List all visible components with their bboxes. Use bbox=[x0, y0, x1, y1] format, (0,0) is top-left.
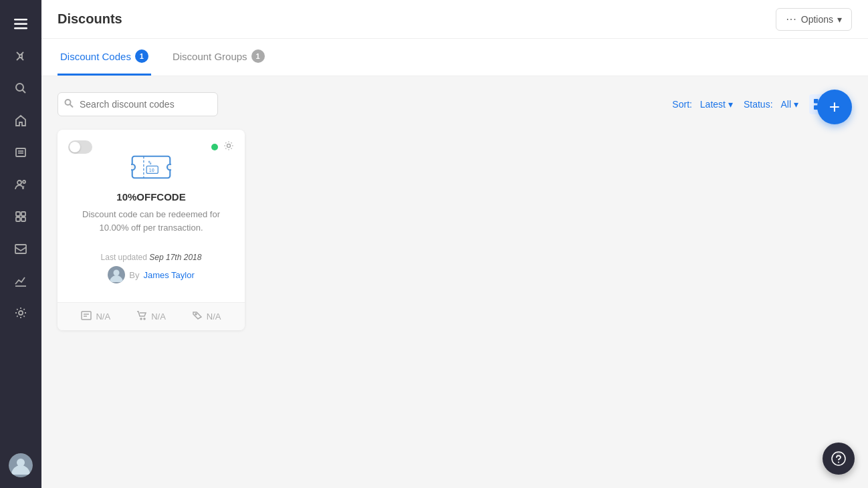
tab-discount-codes-label: Discount Codes bbox=[60, 51, 131, 62]
options-button[interactable]: ··· Options ▾ bbox=[776, 8, 852, 31]
svg-point-31 bbox=[167, 164, 171, 170]
card-meta: Last updated Sep 17th 2018 By bbox=[68, 245, 234, 291]
user-avatar[interactable] bbox=[9, 453, 33, 477]
card-body: 10%OFFCODE Discount code can be redeemed… bbox=[68, 191, 234, 245]
help-fab[interactable] bbox=[823, 443, 855, 475]
stat-1-value: N/A bbox=[151, 312, 166, 322]
home-icon[interactable] bbox=[7, 107, 34, 134]
status-chevron-icon: ▾ bbox=[794, 99, 798, 110]
options-label: Options bbox=[801, 14, 833, 25]
author-prefix: By bbox=[129, 270, 139, 280]
tabs-bar: Discount Codes 1 Discount Groups 1 bbox=[41, 39, 868, 76]
svg-rect-10 bbox=[16, 212, 20, 216]
svg-line-20 bbox=[70, 104, 74, 108]
tab-discount-codes-badge: 1 bbox=[135, 49, 148, 63]
card-actions bbox=[211, 140, 234, 154]
svg-rect-1 bbox=[14, 23, 27, 25]
tab-discount-groups[interactable]: Discount Groups 1 bbox=[170, 39, 267, 76]
status-label: Status: bbox=[744, 99, 773, 110]
svg-point-9 bbox=[23, 180, 25, 183]
pages-icon[interactable] bbox=[7, 139, 34, 166]
members-icon[interactable] bbox=[7, 171, 34, 198]
footer-stat-2: N/A bbox=[192, 311, 221, 322]
card-top: % 10 10%OFFCODE Discount code can be red… bbox=[58, 130, 245, 302]
search-input[interactable] bbox=[58, 92, 218, 116]
content-area: + Sort: Latest ▾ Sta bbox=[41, 76, 868, 488]
svg-point-46 bbox=[838, 462, 839, 463]
footer-stat-0: N/A bbox=[81, 311, 110, 322]
svg-rect-5 bbox=[16, 148, 25, 156]
svg-rect-13 bbox=[21, 217, 25, 221]
options-dots-icon: ··· bbox=[786, 13, 796, 25]
stat-2-value: N/A bbox=[207, 312, 221, 322]
svg-point-37 bbox=[114, 270, 120, 276]
svg-rect-2 bbox=[14, 27, 27, 29]
options-chevron-icon: ▾ bbox=[837, 14, 842, 25]
toolbar: Sort: Latest ▾ Status: All ▾ bbox=[58, 92, 852, 116]
status-value: All bbox=[780, 99, 791, 110]
card-description: Discount code can be redeemed for 10.00%… bbox=[79, 208, 223, 234]
svg-point-16 bbox=[19, 311, 23, 315]
svg-point-42 bbox=[144, 318, 145, 320]
settings-icon[interactable] bbox=[7, 299, 34, 326]
sort-label: Sort: bbox=[672, 99, 692, 110]
analytics-icon[interactable] bbox=[7, 267, 34, 294]
card-code: 10%OFFCODE bbox=[79, 191, 223, 203]
tab-discount-codes[interactable]: Discount Codes 1 bbox=[58, 39, 151, 76]
inbox-icon[interactable] bbox=[7, 235, 34, 262]
toggle-switch[interactable] bbox=[68, 140, 92, 154]
svg-text:%: % bbox=[148, 160, 152, 166]
svg-rect-0 bbox=[14, 19, 27, 21]
card-coupon-icon-wrap: % 10 bbox=[68, 140, 234, 191]
fab-icon: + bbox=[829, 96, 840, 118]
stat-cart-icon bbox=[136, 311, 147, 322]
search-icon bbox=[64, 99, 74, 110]
discount-card[interactable]: % 10 10%OFFCODE Discount code can be red… bbox=[58, 130, 245, 330]
stat-tag-icon bbox=[192, 311, 203, 322]
svg-point-41 bbox=[140, 318, 142, 320]
svg-rect-12 bbox=[16, 217, 20, 221]
card-settings-gear-icon[interactable] bbox=[223, 140, 234, 154]
svg-point-43 bbox=[195, 314, 197, 315]
main-content: Discounts ··· Options ▾ Discount Codes 1… bbox=[41, 0, 868, 488]
svg-point-28 bbox=[227, 144, 231, 148]
add-discount-fab[interactable]: + bbox=[817, 90, 852, 124]
status-active-dot bbox=[211, 144, 218, 150]
svg-point-30 bbox=[131, 164, 135, 170]
status-button[interactable]: Status: All ▾ bbox=[744, 99, 798, 110]
search-wrap bbox=[58, 92, 218, 116]
svg-line-4 bbox=[23, 90, 26, 94]
stat-receipts-icon bbox=[81, 311, 92, 322]
page-title: Discounts bbox=[58, 11, 122, 27]
stat-0-value: N/A bbox=[96, 312, 110, 322]
svg-rect-11 bbox=[21, 212, 25, 216]
last-updated-label: Last updated bbox=[101, 253, 147, 262]
svg-point-8 bbox=[17, 180, 21, 185]
sort-button[interactable]: Sort: Latest ▾ bbox=[672, 99, 733, 110]
card-toggle[interactable] bbox=[68, 140, 92, 154]
products-icon[interactable] bbox=[7, 203, 34, 230]
topbar: Discounts ··· Options ▾ bbox=[41, 0, 868, 39]
svg-point-19 bbox=[66, 100, 71, 105]
tab-discount-groups-badge: 1 bbox=[251, 49, 265, 63]
last-updated-date: Sep 17th 2018 bbox=[149, 253, 201, 262]
sort-chevron-icon: ▾ bbox=[728, 99, 733, 110]
author-avatar bbox=[108, 266, 125, 283]
tools-icon[interactable] bbox=[7, 43, 34, 70]
tab-discount-groups-label: Discount Groups bbox=[173, 51, 247, 62]
menu-icon[interactable] bbox=[7, 11, 34, 37]
card-footer: N/A N/A bbox=[58, 302, 245, 330]
svg-rect-38 bbox=[82, 312, 91, 320]
sort-value: Latest bbox=[700, 99, 726, 110]
author-name: James Taylor bbox=[143, 270, 194, 280]
sidebar bbox=[0, 0, 41, 488]
svg-text:10: 10 bbox=[149, 168, 154, 173]
cards-grid: % 10 10%OFFCODE Discount code can be red… bbox=[58, 130, 852, 330]
card-author: By James Taylor bbox=[79, 266, 223, 283]
svg-point-3 bbox=[16, 84, 23, 91]
footer-stat-1: N/A bbox=[136, 311, 166, 322]
search-nav-icon[interactable] bbox=[7, 75, 34, 102]
